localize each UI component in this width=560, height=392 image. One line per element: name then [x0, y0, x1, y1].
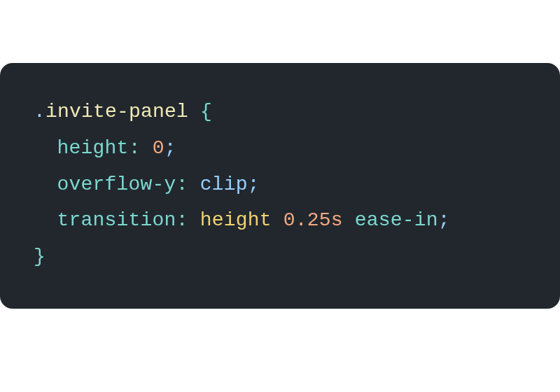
- space: [188, 209, 200, 231]
- css-property: transition: [57, 209, 176, 231]
- brace-close: }: [34, 246, 46, 267]
- css-value-number: 0: [153, 137, 164, 159]
- space: [272, 209, 284, 231]
- css-property: overflow-y: [57, 174, 176, 195]
- space: [343, 209, 355, 231]
- selector-dot: .: [34, 101, 46, 122]
- code-line-brace-close: }: [34, 239, 526, 275]
- brace-open: {: [200, 101, 212, 122]
- space: [188, 101, 200, 122]
- css-property: height: [57, 137, 129, 159]
- code-line-decl-1: height: 0;: [34, 130, 526, 167]
- css-value-duration: 0.25s: [284, 209, 343, 231]
- code-line-selector: .invite-panel {: [34, 94, 526, 130]
- colon: :: [176, 174, 188, 195]
- colon: :: [176, 209, 188, 231]
- code-line-decl-2: overflow-y: clip;: [34, 167, 526, 203]
- semicolon: ;: [438, 209, 450, 231]
- css-value: clip: [200, 174, 248, 195]
- selector-name: invite-panel: [46, 101, 188, 122]
- css-value-ident: height: [200, 209, 272, 231]
- semicolon: ;: [248, 174, 260, 195]
- colon: :: [129, 137, 141, 159]
- code-line-decl-3: transition: height 0.25s ease-in;: [34, 202, 526, 239]
- space: [141, 137, 153, 159]
- css-code-block: .invite-panel { height: 0; overflow-y: c…: [0, 63, 560, 309]
- css-value-timing: ease-in: [355, 209, 438, 231]
- semicolon: ;: [164, 137, 176, 159]
- space: [188, 174, 200, 195]
